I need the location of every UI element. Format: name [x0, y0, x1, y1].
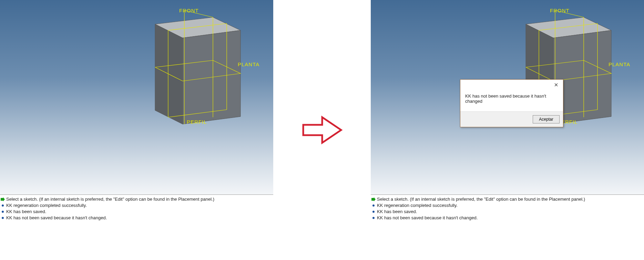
- label-planta: PLANTA: [238, 61, 259, 67]
- status-text: KK has not been saved because it hasn't …: [6, 215, 107, 221]
- bullet-icon: [2, 217, 4, 219]
- dialog-titlebar: [460, 80, 563, 90]
- bullet-icon: [2, 204, 4, 207]
- label-planta: PLANTA: [609, 61, 630, 67]
- close-icon: [554, 83, 558, 87]
- prompt-arrow-icon: [1, 197, 5, 201]
- svg-marker-3: [1, 197, 5, 201]
- status-text: Select a sketch. (If an internal sketch …: [377, 196, 585, 202]
- cube-model[interactable]: FRONT PLANTA PERFIL: [152, 7, 255, 134]
- status-line: KK regeneration completed successfully.: [1, 202, 273, 209]
- accept-button[interactable]: Aceptar: [533, 115, 560, 123]
- status-text: Select a sketch. (If an internal sketch …: [6, 196, 214, 202]
- dialog-message: KK has not been saved because it hasn't …: [460, 90, 563, 111]
- status-text: KK regeneration completed successfully.: [6, 202, 87, 209]
- bullet-icon: [372, 217, 375, 219]
- comparison-gap: [273, 0, 371, 260]
- svg-marker-9: [371, 197, 376, 201]
- status-text: KK regeneration completed successfully.: [377, 202, 458, 209]
- status-area-left: Select a sketch. (If an internal sketch …: [0, 194, 273, 222]
- bullet-icon: [372, 211, 375, 213]
- bullet-icon: [372, 204, 375, 207]
- status-line: KK regeneration completed successfully.: [371, 202, 643, 209]
- status-line: Select a sketch. (If an internal sketch …: [371, 196, 643, 202]
- status-text: KK has been saved.: [6, 209, 46, 215]
- label-front: FRONT: [550, 8, 570, 13]
- status-line: KK has been saved.: [1, 209, 273, 215]
- prompt-arrow-icon: [371, 197, 376, 201]
- status-line: Select a sketch. (If an internal sketch …: [1, 196, 273, 202]
- status-text: KK has not been saved because it hasn't …: [377, 215, 478, 221]
- transition-arrow-icon: [301, 114, 343, 146]
- right-panel: FRONT PLANTA PERFIL KK has not been save…: [371, 0, 644, 260]
- status-line: KK has not been saved because it hasn't …: [371, 215, 643, 221]
- label-perfil: PERFIL: [187, 119, 207, 125]
- status-area-right: Select a sketch. (If an internal sketch …: [371, 194, 644, 222]
- label-front: FRONT: [179, 8, 199, 13]
- status-line: KK has been saved.: [371, 209, 643, 215]
- bullet-icon: [2, 211, 4, 213]
- dialog-footer: Aceptar: [460, 111, 563, 127]
- status-line: KK has not been saved because it hasn't …: [1, 215, 273, 221]
- viewport-left[interactable]: FRONT PLANTA PERFIL: [0, 0, 273, 194]
- viewport-right[interactable]: FRONT PLANTA PERFIL KK has not been save…: [371, 0, 644, 194]
- status-text: KK has been saved.: [377, 209, 417, 215]
- left-panel: FRONT PLANTA PERFIL Select a sketch. (If…: [0, 0, 273, 260]
- close-button[interactable]: [552, 81, 560, 89]
- message-dialog: KK has not been saved because it hasn't …: [460, 79, 563, 127]
